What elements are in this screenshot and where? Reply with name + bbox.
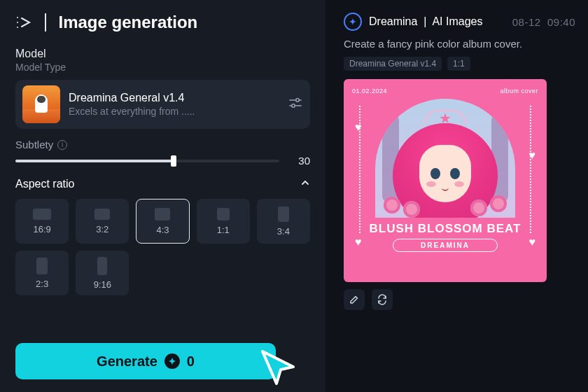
model-section-label: Model <box>15 48 310 60</box>
aspect-ratio-label: 1:1 <box>217 225 230 235</box>
aspect-ratio-option[interactable]: 9:16 <box>76 251 129 295</box>
model-name: Dreamina General v1.4 <box>69 92 279 104</box>
conversation-title: Dreamina | AI Images <box>369 15 482 28</box>
aspect-ratio-label: 3:2 <box>96 224 108 234</box>
agent-avatar: ✦ <box>344 13 362 31</box>
album-title: BLUSH BLOSSOM BEAT <box>352 222 538 236</box>
info-icon[interactable]: i <box>57 140 67 150</box>
credit-icon <box>164 354 180 369</box>
subtlety-value: 30 <box>289 155 310 167</box>
aspect-ratio-option[interactable]: 1:1 <box>197 199 250 244</box>
album-subtitle: DREAMINA <box>393 239 498 252</box>
conversation-panel: ✦ Dreamina | AI Images 08-12 09:40 Creat… <box>326 0 588 392</box>
svg-point-4 <box>296 99 299 102</box>
edit-button[interactable] <box>344 289 365 310</box>
aspect-ratio-label: Aspect ratio <box>15 178 74 190</box>
cursor-pointer-icon <box>257 346 300 389</box>
settings-panel: Image generation Model Model Type Dreami… <box>0 0 326 392</box>
regenerate-button[interactable] <box>372 289 393 310</box>
tag-model: Dreamina General v1.4 <box>344 57 442 71</box>
generate-button[interactable]: Generate 0 <box>15 343 276 379</box>
aspect-ratio-option[interactable]: 3:4 <box>257 199 310 244</box>
album-corner: album cover <box>500 88 538 94</box>
album-illustration: ★ <box>375 99 515 218</box>
tag-ratio: 1:1 <box>447 57 470 71</box>
model-selector[interactable]: Dreamina General v1.4 Excels at everythi… <box>15 80 310 129</box>
heart-icon: ♥ <box>529 236 536 248</box>
model-description: Excels at everything from ..... <box>69 106 230 117</box>
aspect-ratio-grid: 16:93:24:31:13:4 <box>15 199 310 244</box>
aspect-ratio-option[interactable]: 16:9 <box>15 199 69 244</box>
conversation-header: ✦ Dreamina | AI Images 08-12 09:40 <box>344 13 575 31</box>
model-type-label: Model Type <box>15 62 310 73</box>
heart-icon: ♥ <box>355 121 362 134</box>
prompt-tags: Dreamina General v1.4 1:1 <box>344 57 575 71</box>
aspect-ratio-grid-row2: 2:39:16 <box>15 251 310 295</box>
album-date: 01.02.2024 <box>352 88 387 94</box>
generated-image[interactable]: 01.02.2024 album cover ♥ ♥ ♥ ♥ ★ BLUSH B… <box>344 79 547 282</box>
panel-header: Image generation <box>15 13 310 32</box>
aspect-ratio-label: 2:3 <box>36 279 48 289</box>
page-title: Image generation <box>59 13 198 32</box>
aspect-ratio-option[interactable]: 2:3 <box>15 251 69 295</box>
aspect-ratio-label: 4:3 <box>156 225 169 235</box>
aspect-ratio-label: 3:4 <box>277 226 290 237</box>
aspect-ratio-option[interactable]: 3:2 <box>76 199 129 244</box>
chevron-up-icon <box>300 178 310 190</box>
heart-icon: ♥ <box>355 236 362 248</box>
sliders-icon[interactable] <box>288 95 303 113</box>
subtlety-label-row: Subtlety i <box>15 139 310 150</box>
aspect-ratio-toggle[interactable]: Aspect ratio <box>15 178 310 190</box>
aspect-ratio-label: 9:16 <box>94 279 111 290</box>
svg-point-6 <box>292 104 295 107</box>
prompt-text: Create a fancy pink color album cover. <box>344 38 575 50</box>
generate-button-label: Generate <box>97 354 158 370</box>
conversation-timestamp: 08-12 09:40 <box>512 16 575 28</box>
subtlety-label: Subtlety <box>15 139 53 150</box>
heart-icon: ♥ <box>529 149 536 162</box>
aspect-ratio-option[interactable]: 4:3 <box>136 199 189 244</box>
model-thumbnail <box>22 85 60 123</box>
aspect-ratio-label: 16:9 <box>33 224 50 234</box>
subtlety-slider[interactable] <box>15 160 279 162</box>
generate-credits: 0 <box>187 354 195 370</box>
collapse-icon[interactable] <box>15 14 32 31</box>
